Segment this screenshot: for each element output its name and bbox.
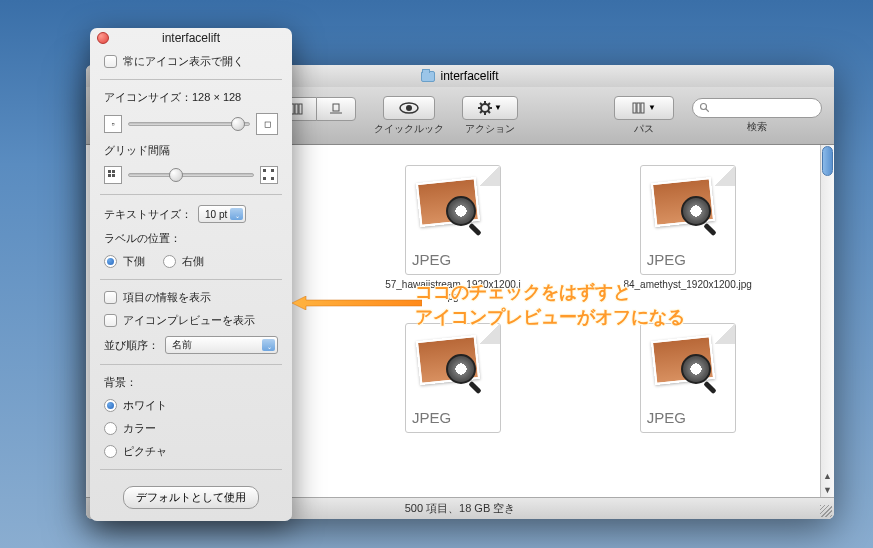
icon-size-label: アイコンサイズ：128 × 128 [104, 90, 278, 105]
svg-rect-29 [112, 170, 115, 173]
search-group: 検索 [692, 98, 822, 134]
show-preview-checkbox[interactable] [104, 314, 117, 327]
finder-title: interfacelift [421, 69, 498, 83]
action-label: アクション [465, 122, 515, 136]
svg-line-22 [488, 103, 490, 105]
icon-large-icon: ◻ [256, 113, 278, 135]
jpeg-icon: JPEG [640, 323, 736, 433]
resize-grip[interactable] [820, 505, 832, 517]
bg-picture-label: ピクチャ [123, 444, 167, 459]
svg-rect-32 [263, 169, 266, 172]
svg-line-20 [488, 111, 490, 113]
show-preview-label: アイコンプレビューを表示 [123, 313, 255, 328]
svg-rect-28 [108, 170, 111, 173]
file-item[interactable]: JPEG [383, 323, 523, 433]
svg-rect-8 [295, 104, 298, 114]
svg-line-19 [480, 103, 482, 105]
icon-size-slider[interactable] [128, 122, 250, 126]
show-info-label: 項目の情報を表示 [123, 290, 211, 305]
grid-loose-icon [260, 166, 278, 184]
svg-line-27 [706, 108, 709, 111]
search-field[interactable] [692, 98, 822, 118]
jpeg-icon: JPEG [640, 165, 736, 275]
sort-label: 並び順序： [104, 338, 159, 353]
palette-title: interfacelift [162, 31, 220, 45]
quicklook-button[interactable] [383, 96, 435, 120]
svg-marker-36 [292, 296, 422, 310]
svg-rect-24 [637, 103, 640, 113]
svg-rect-30 [108, 174, 111, 177]
bg-color-label: カラー [123, 421, 156, 436]
action-group: ▼ アクション [462, 96, 518, 136]
path-label: パス [634, 122, 654, 136]
path-button[interactable]: ▼ [614, 96, 674, 120]
coverflow-view-button[interactable] [316, 97, 356, 121]
scroll-down-arrow[interactable]: ▼ [821, 483, 834, 497]
view-options-palette: interfacelift 常にアイコン表示で開く アイコンサイズ：128 × … [90, 28, 292, 521]
status-text: 500 項目、18 GB 空き [405, 501, 516, 516]
always-icon-label: 常にアイコン表示で開く [123, 54, 244, 69]
svg-rect-31 [112, 174, 115, 177]
svg-point-26 [701, 103, 707, 109]
text-size-label: テキストサイズ： [104, 207, 192, 222]
bg-white-label: ホワイト [123, 398, 167, 413]
svg-rect-10 [333, 104, 339, 111]
scroll-thumb[interactable] [822, 146, 833, 176]
grid-tight-icon [104, 166, 122, 184]
label-position-label: ラベルの位置： [104, 231, 278, 246]
sort-select[interactable]: 名前 [165, 336, 278, 354]
file-item[interactable]: JPEG [618, 323, 758, 433]
vertical-scrollbar[interactable]: ▲ ▼ [820, 145, 834, 497]
path-group: ▼ パス [614, 96, 674, 136]
svg-rect-34 [263, 177, 266, 180]
svg-rect-23 [633, 103, 636, 113]
search-label: 検索 [747, 120, 767, 134]
svg-rect-9 [299, 104, 302, 114]
scroll-up-arrow[interactable]: ▲ [821, 469, 834, 483]
annotation-line1: ココのチェックをはずすと [415, 280, 631, 305]
svg-rect-25 [641, 103, 644, 113]
jpeg-icon: JPEG [405, 165, 501, 275]
grid-spacing-label: グリッド間隔 [104, 143, 278, 158]
grid-spacing-slider[interactable] [128, 173, 254, 177]
svg-line-21 [480, 111, 482, 113]
svg-rect-35 [271, 177, 274, 180]
svg-rect-33 [271, 169, 274, 172]
label-bottom-radio[interactable] [104, 255, 117, 268]
svg-point-14 [481, 104, 489, 112]
bg-color-radio[interactable] [104, 422, 117, 435]
show-info-checkbox[interactable] [104, 291, 117, 304]
palette-titlebar: interfacelift [90, 28, 292, 48]
folder-icon [421, 71, 435, 82]
icon-small-icon: ▫ [104, 115, 122, 133]
text-size-select[interactable]: 10 pt [198, 205, 246, 223]
background-label: 背景： [104, 375, 278, 390]
finder-title-text: interfacelift [440, 69, 498, 83]
svg-point-13 [406, 105, 412, 111]
annotation-text: ココのチェックをはずすと アイコンプレビューがオフになる [415, 280, 685, 330]
bg-white-radio[interactable] [104, 399, 117, 412]
action-button[interactable]: ▼ [462, 96, 518, 120]
always-icon-checkbox[interactable] [104, 55, 117, 68]
annotation-arrow [292, 296, 422, 310]
label-bottom-text: 下側 [123, 254, 145, 269]
label-right-text: 右側 [182, 254, 204, 269]
annotation-line2: アイコンプレビューがオフになる [415, 305, 685, 330]
defaults-button[interactable]: デフォルトとして使用 [123, 486, 259, 509]
quicklook-group: クイックルック [374, 96, 444, 136]
palette-close-button[interactable] [97, 32, 109, 44]
jpeg-icon: JPEG [405, 323, 501, 433]
bg-picture-radio[interactable] [104, 445, 117, 458]
label-right-radio[interactable] [163, 255, 176, 268]
quicklook-label: クイックルック [374, 122, 444, 136]
